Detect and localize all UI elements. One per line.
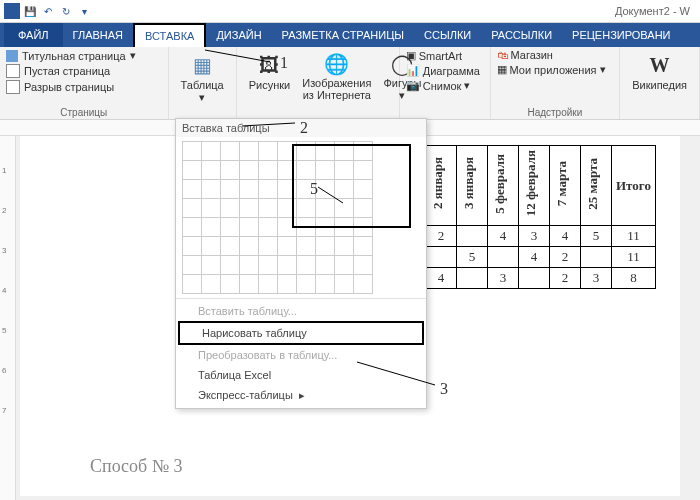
col-date: 5 февраля: [488, 146, 519, 226]
group-addins: 🛍Магазин ▦Мои приложения▾ Надстройки: [491, 47, 621, 119]
col-date: 25 марта: [581, 146, 612, 226]
tab-home[interactable]: ГЛАВНАЯ: [63, 23, 133, 47]
cover-page-icon: [6, 50, 18, 62]
callout-5: 5: [310, 180, 318, 198]
myapps-label: Мои приложения: [510, 64, 597, 76]
redo-icon[interactable]: ↻: [58, 3, 74, 19]
document-title: Документ2 - W: [615, 5, 696, 17]
table-button-label: Таблица: [181, 79, 224, 91]
save-icon[interactable]: 💾: [22, 3, 38, 19]
qat-dropdown-icon[interactable]: ▾: [76, 3, 92, 19]
chart-label: Диаграмма: [423, 65, 480, 77]
ribbon: Титульная страница▾ Пустая страница Разр…: [0, 47, 700, 120]
tab-review[interactable]: РЕЦЕНЗИРОВАНИ: [562, 23, 680, 47]
undo-icon[interactable]: ↶: [40, 3, 56, 19]
tab-design[interactable]: ДИЗАЙН: [206, 23, 271, 47]
chart-button[interactable]: 📊Диаграмма: [406, 64, 484, 77]
quick-access-toolbar: W 💾 ↶ ↻ ▾: [4, 3, 92, 19]
callout-1: 1: [280, 54, 288, 72]
screenshot-icon: 📷: [406, 79, 420, 92]
group-pages-label: Страницы: [0, 107, 168, 118]
col-total: Итого: [612, 146, 656, 226]
tab-layout[interactable]: РАЗМЕТКА СТРАНИЦЫ: [272, 23, 414, 47]
draw-table-item[interactable]: Нарисовать таблицу: [178, 321, 424, 345]
online-pictures-icon: 🌐: [323, 51, 351, 77]
word-icon: W: [4, 3, 20, 19]
cover-page-label: Титульная страница: [22, 50, 126, 62]
col-date: 7 марта: [550, 146, 581, 226]
group-pages: Титульная страница▾ Пустая страница Разр…: [0, 47, 169, 119]
group-wiki: WВикипедия: [620, 47, 700, 119]
col-date: 12 февраля: [519, 146, 550, 226]
svg-line-3: [357, 362, 435, 385]
blank-page-icon: [6, 64, 20, 78]
smartart-button[interactable]: ▣SmartArt: [406, 49, 484, 62]
pictures-label: Рисунки: [249, 79, 291, 91]
smartart-icon: ▣: [406, 49, 416, 62]
quick-tables-label: Экспресс-таблицы: [198, 389, 293, 401]
cover-page-button[interactable]: Титульная страница▾: [6, 49, 162, 62]
caption-text: Способ № 3: [90, 456, 182, 477]
wikipedia-button[interactable]: WВикипедия: [626, 49, 693, 93]
wikipedia-icon: W: [646, 51, 674, 79]
group-addins-label: Надстройки: [491, 107, 620, 118]
tab-references[interactable]: ССЫЛКИ: [414, 23, 481, 47]
svg-line-2: [242, 123, 295, 126]
ribbon-tabs: ФАЙЛ ГЛАВНАЯ ВСТАВКА ДИЗАЙН РАЗМЕТКА СТР…: [0, 23, 700, 47]
blank-page-label: Пустая страница: [24, 65, 110, 77]
store-icon: 🛍: [497, 49, 508, 61]
blank-page-button[interactable]: Пустая страница: [6, 64, 162, 78]
page-break-icon: [6, 80, 20, 94]
svg-line-4: [318, 187, 343, 203]
tab-mailings[interactable]: РАССЫЛКИ: [481, 23, 562, 47]
page-break-button[interactable]: Разрыв страницы: [6, 80, 162, 94]
table-grid-picker[interactable]: [176, 137, 426, 298]
myapps-icon: ▦: [497, 63, 507, 76]
store-button[interactable]: 🛍Магазин: [497, 49, 614, 61]
insert-table-item[interactable]: Вставить таблицу...: [176, 301, 426, 321]
tab-insert[interactable]: ВСТАВКА: [133, 23, 206, 47]
store-label: Магазин: [511, 49, 553, 61]
page-break-label: Разрыв страницы: [24, 81, 114, 93]
vertical-ruler[interactable]: 123 4567: [0, 136, 16, 500]
callout-2: 2: [300, 119, 308, 137]
myapps-button[interactable]: ▦Мои приложения▾: [497, 63, 614, 76]
tab-file[interactable]: ФАЙЛ: [4, 23, 63, 47]
screenshot-button[interactable]: 📷Снимок▾: [406, 79, 484, 92]
wikipedia-label: Википедия: [632, 79, 687, 91]
col-date: 2 января: [426, 146, 457, 226]
callout-3: 3: [440, 380, 448, 398]
group-illustrations-2: ▣SmartArt 📊Диаграмма 📷Снимок▾: [400, 47, 491, 119]
col-date: 3 января: [457, 146, 488, 226]
online-pictures-button[interactable]: 🌐Изображения из Интернета: [296, 49, 377, 103]
chart-icon: 📊: [406, 64, 420, 77]
smartart-label: SmartArt: [419, 50, 462, 62]
svg-line-1: [205, 50, 270, 62]
screenshot-label: Снимок: [423, 80, 462, 92]
title-bar: W 💾 ↶ ↻ ▾ Документ2 - W: [0, 0, 700, 23]
online-pictures-label: Изображения из Интернета: [302, 77, 371, 101]
